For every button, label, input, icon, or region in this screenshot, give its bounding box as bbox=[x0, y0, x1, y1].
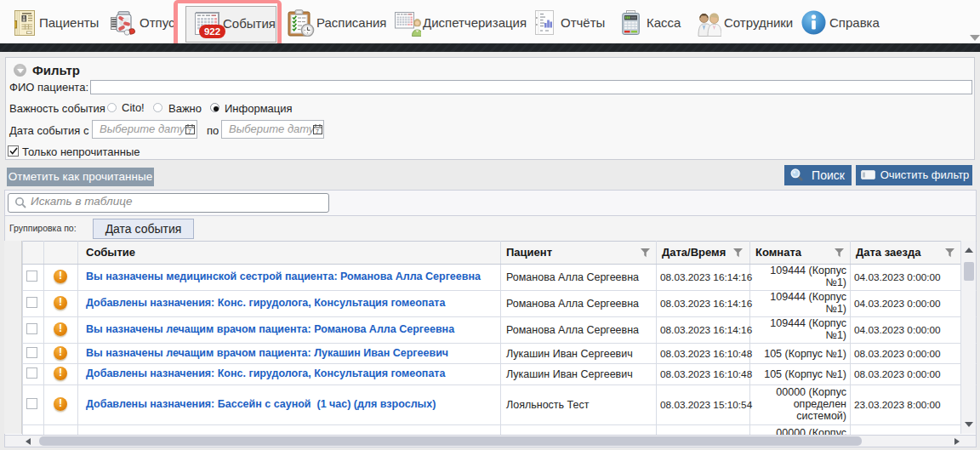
svg-text:7: 7 bbox=[188, 128, 191, 134]
svg-text:7: 7 bbox=[316, 128, 319, 134]
